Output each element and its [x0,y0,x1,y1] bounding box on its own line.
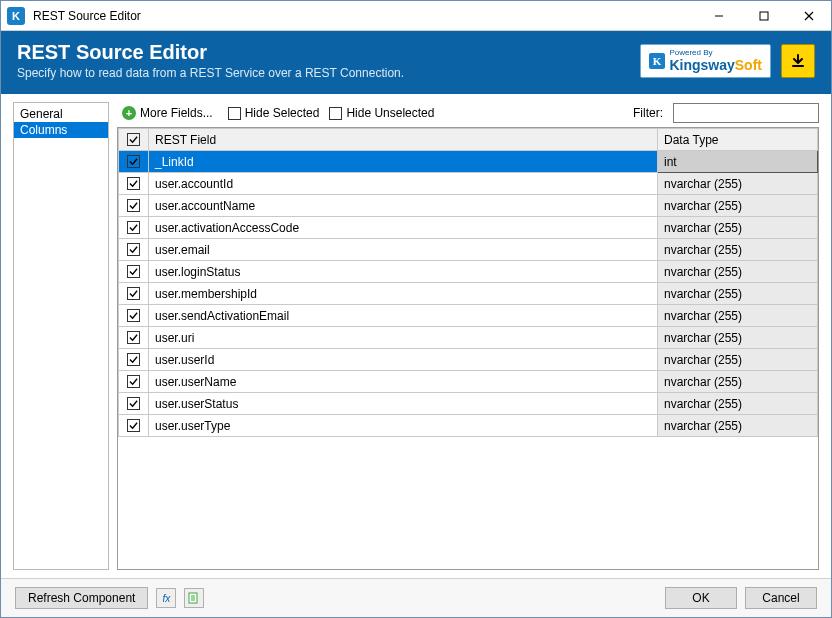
grid-header-row: REST Field Data Type [119,129,818,151]
refresh-component-button[interactable]: Refresh Component [15,587,148,609]
row-checkbox[interactable] [119,261,149,283]
svg-text:K: K [653,55,662,67]
data-type-cell[interactable]: nvarchar (255) [658,305,818,327]
hide-unselected-label: Hide Unselected [346,106,434,120]
row-checkbox[interactable] [119,239,149,261]
app-icon: K [7,7,25,25]
check-icon [127,309,140,322]
more-fields-label: More Fields... [140,106,213,120]
sidebar: GeneralColumns [13,102,109,570]
check-icon [127,397,140,410]
table-row[interactable]: user.activationAccessCodenvarchar (255) [119,217,818,239]
filter-label: Filter: [633,106,663,120]
row-checkbox[interactable] [119,173,149,195]
table-row[interactable]: user.accountIdnvarchar (255) [119,173,818,195]
hide-selected-checkbox[interactable]: Hide Selected [228,106,320,120]
data-type-cell[interactable]: nvarchar (255) [658,217,818,239]
rest-field-cell[interactable]: user.email [149,239,658,261]
sidebar-item-columns[interactable]: Columns [14,122,108,138]
documentation-button[interactable] [184,588,204,608]
hide-selected-label: Hide Selected [245,106,320,120]
plus-icon: + [122,106,136,120]
banner: REST Source Editor Specify how to read d… [1,31,831,94]
table-row[interactable]: user.sendActivationEmailnvarchar (255) [119,305,818,327]
table-row[interactable]: user.accountNamenvarchar (255) [119,195,818,217]
row-checkbox[interactable] [119,195,149,217]
cancel-button[interactable]: Cancel [745,587,817,609]
row-checkbox[interactable] [119,327,149,349]
check-icon [127,243,140,256]
data-type-cell[interactable]: nvarchar (255) [658,371,818,393]
row-checkbox[interactable] [119,349,149,371]
rest-field-cell[interactable]: user.loginStatus [149,261,658,283]
rest-field-cell[interactable]: user.userStatus [149,393,658,415]
table-row[interactable]: user.userTypenvarchar (255) [119,415,818,437]
rest-field-cell[interactable]: _LinkId [149,151,658,173]
row-checkbox[interactable] [119,305,149,327]
table-row[interactable]: user.emailnvarchar (255) [119,239,818,261]
header-rest-field[interactable]: REST Field [149,129,658,151]
rest-field-cell[interactable]: user.accountName [149,195,658,217]
filter-input[interactable] [673,103,819,123]
row-checkbox[interactable] [119,283,149,305]
table-row[interactable]: user.urinvarchar (255) [119,327,818,349]
expression-editor-button[interactable]: fx [156,588,176,608]
brand-logo[interactable]: K Powered By KingswaySoft [640,44,771,78]
data-type-cell[interactable]: nvarchar (255) [658,349,818,371]
window-title: REST Source Editor [33,9,696,23]
data-type-cell[interactable]: nvarchar (255) [658,393,818,415]
row-checkbox[interactable] [119,415,149,437]
data-type-cell[interactable]: nvarchar (255) [658,283,818,305]
columns-toolbar: + More Fields... Hide Selected Hide Unse… [117,102,819,124]
check-icon [127,133,140,146]
check-icon [127,221,140,234]
main-pane: + More Fields... Hide Selected Hide Unse… [117,102,819,570]
row-checkbox[interactable] [119,393,149,415]
rest-field-cell[interactable]: user.userId [149,349,658,371]
rest-field-cell[interactable]: user.userName [149,371,658,393]
more-fields-button[interactable]: + More Fields... [117,104,218,122]
header-checkbox-cell[interactable] [119,129,149,151]
rest-field-cell[interactable]: user.sendActivationEmail [149,305,658,327]
fx-icon: fx [163,593,171,604]
brand-text: KingswaySoft [669,57,762,73]
table-row[interactable]: user.membershipIdnvarchar (255) [119,283,818,305]
data-type-cell[interactable]: nvarchar (255) [658,327,818,349]
check-icon [127,353,140,366]
brand-k-icon: K [649,53,665,69]
header-data-type[interactable]: Data Type [658,129,818,151]
powered-by-label: Powered By [669,49,762,57]
download-button[interactable] [781,44,815,78]
sidebar-item-general[interactable]: General [14,106,108,122]
data-type-cell[interactable]: nvarchar (255) [658,415,818,437]
table-row[interactable]: _LinkIdint [119,151,818,173]
minimize-button[interactable] [696,1,741,31]
check-icon [127,265,140,278]
rest-field-cell[interactable]: user.activationAccessCode [149,217,658,239]
table-row[interactable]: user.userNamenvarchar (255) [119,371,818,393]
rest-field-cell[interactable]: user.userType [149,415,658,437]
hide-unselected-checkbox[interactable]: Hide Unselected [329,106,434,120]
checkbox-icon [228,107,241,120]
data-type-cell[interactable]: nvarchar (255) [658,195,818,217]
rest-field-cell[interactable]: user.accountId [149,173,658,195]
rest-field-cell[interactable]: user.uri [149,327,658,349]
columns-grid[interactable]: REST Field Data Type _LinkIdintuser.acco… [117,127,819,570]
table-row[interactable]: user.loginStatusnvarchar (255) [119,261,818,283]
row-checkbox[interactable] [119,217,149,239]
ok-button[interactable]: OK [665,587,737,609]
table-row[interactable]: user.userIdnvarchar (255) [119,349,818,371]
data-type-cell[interactable]: int [658,151,818,173]
checkbox-icon [329,107,342,120]
check-icon [127,155,140,168]
table-row[interactable]: user.userStatusnvarchar (255) [119,393,818,415]
close-button[interactable] [786,1,831,31]
row-checkbox[interactable] [119,371,149,393]
maximize-button[interactable] [741,1,786,31]
rest-field-cell[interactable]: user.membershipId [149,283,658,305]
data-type-cell[interactable]: nvarchar (255) [658,173,818,195]
data-type-cell[interactable]: nvarchar (255) [658,261,818,283]
banner-title: REST Source Editor [17,41,640,64]
row-checkbox[interactable] [119,151,149,173]
data-type-cell[interactable]: nvarchar (255) [658,239,818,261]
